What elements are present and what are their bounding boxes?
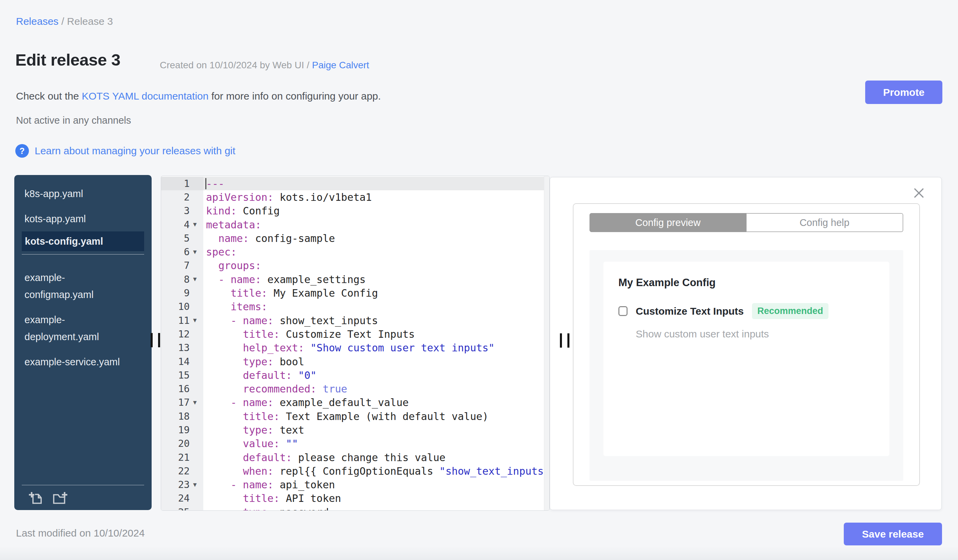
code-text: kind: Config bbox=[203, 204, 549, 218]
code-text: title: My Example Config bbox=[203, 286, 549, 300]
author-link[interactable]: Paige Calvert bbox=[312, 60, 369, 70]
fold-caret-icon[interactable]: ▾ bbox=[193, 481, 197, 489]
line-number: 11▾ bbox=[161, 314, 203, 327]
line-number: 1 bbox=[161, 177, 203, 190]
code-line[interactable]: 18 title: Text Example (with default val… bbox=[161, 410, 549, 423]
code-line[interactable]: 1--- bbox=[161, 177, 549, 190]
code-line[interactable]: 19 type: text bbox=[161, 423, 549, 437]
text-cursor bbox=[205, 178, 206, 189]
line-number: 8▾ bbox=[161, 272, 203, 286]
fold-caret-icon[interactable]: ▾ bbox=[193, 398, 197, 407]
git-docs-link[interactable]: Learn about managing your releases with … bbox=[35, 145, 235, 157]
panel-resize-handle[interactable] bbox=[560, 333, 569, 348]
kots-docs-link[interactable]: KOTS YAML documentation bbox=[82, 90, 208, 101]
editor-scrollbar[interactable] bbox=[544, 176, 549, 510]
line-number: 13 bbox=[161, 341, 203, 355]
last-modified-text: Last modified on 10/10/2024 bbox=[16, 527, 145, 539]
new-folder-button[interactable] bbox=[51, 490, 68, 505]
fold-caret-icon[interactable]: ▾ bbox=[193, 316, 197, 324]
git-docs-row[interactable]: ? Learn about managing your releases wit… bbox=[15, 144, 235, 158]
breadcrumb-current: Release 3 bbox=[67, 16, 113, 27]
line-number: 3 bbox=[161, 204, 203, 218]
tab-config-help[interactable]: Config help bbox=[747, 213, 904, 232]
code-text: title: API token bbox=[203, 492, 549, 505]
code-line[interactable]: 23▾ - name: api_token bbox=[161, 478, 549, 492]
code-line[interactable]: 24 title: API token bbox=[161, 492, 549, 505]
breadcrumb: Releases / Release 3 bbox=[16, 16, 113, 27]
breadcrumb-separator: / bbox=[59, 16, 67, 27]
code-text: groups: bbox=[203, 259, 549, 272]
code-line[interactable]: 2apiVersion: kots.io/v1beta1 bbox=[161, 190, 549, 204]
code-line[interactable]: 9 title: My Example Config bbox=[161, 286, 549, 300]
sidebar-resize-handle[interactable] bbox=[151, 333, 160, 347]
code-line[interactable]: 11▾ - name: show_text_inputs bbox=[161, 314, 549, 327]
file-item[interactable]: example-service.yaml bbox=[14, 349, 132, 375]
created-text: Created on 10/10/2024 by Web UI / Paige … bbox=[160, 60, 369, 71]
code-line[interactable]: 7 groups: bbox=[161, 259, 549, 272]
line-number: 14 bbox=[161, 355, 203, 369]
sidebar-footer bbox=[14, 485, 152, 510]
fold-caret-icon[interactable]: ▾ bbox=[193, 275, 197, 283]
close-button[interactable] bbox=[911, 185, 927, 201]
code-line[interactable]: 22 when: repl{{ ConfigOptionEquals "show… bbox=[161, 464, 549, 478]
help-icon[interactable]: ? bbox=[15, 144, 29, 158]
channel-status-text: Not active in any channels bbox=[16, 115, 131, 126]
config-group-card: My Example Config Customize Text Inputs … bbox=[603, 262, 889, 456]
code-line[interactable]: 12 title: Customize Text Inputs bbox=[161, 327, 549, 341]
code-text: recommended: true bbox=[203, 382, 549, 395]
file-item[interactable]: example-deployment.yaml bbox=[14, 307, 132, 349]
config-help-text: Show custom user text inputs bbox=[636, 328, 769, 340]
code-line[interactable]: 14 type: bool bbox=[161, 355, 549, 369]
code-text: default: "0" bbox=[203, 369, 549, 382]
file-item[interactable]: example-configmap.yaml bbox=[14, 265, 132, 307]
code-line[interactable]: 25 type: password bbox=[161, 505, 549, 511]
config-item-row: Customize Text Inputs Recommended bbox=[619, 303, 828, 319]
code-line[interactable]: 21 default: please change this value bbox=[161, 451, 549, 464]
doc-after: for more info on configuring your app. bbox=[208, 90, 381, 101]
code-text: metadata: bbox=[203, 218, 549, 231]
code-text: - name: show_text_inputs bbox=[203, 314, 549, 327]
file-item[interactable]: k8s-app.yaml bbox=[14, 181, 132, 206]
tab-config-preview[interactable]: Config preview bbox=[590, 213, 747, 232]
config-item-label: Customize Text Inputs bbox=[636, 305, 744, 317]
code-line[interactable]: 17▾ - name: example_default_value bbox=[161, 396, 549, 410]
code-line[interactable]: 6▾spec: bbox=[161, 245, 549, 259]
fold-caret-icon[interactable]: ▾ bbox=[193, 220, 197, 228]
file-list-bottom: example-configmap.yamlexample-deployment… bbox=[14, 265, 152, 375]
code-line[interactable]: 8▾ - name: example_settings bbox=[161, 272, 549, 286]
code-text: - name: api_token bbox=[203, 478, 549, 492]
save-release-button[interactable]: Save release bbox=[844, 523, 942, 546]
line-number: 7 bbox=[161, 259, 203, 272]
code-line[interactable]: 20 value: "" bbox=[161, 437, 549, 451]
code-text: - name: example_default_value bbox=[203, 396, 549, 410]
code-line[interactable]: 5 name: config-sample bbox=[161, 231, 549, 245]
code-text: - name: example_settings bbox=[203, 272, 549, 286]
line-number: 17▾ bbox=[161, 396, 203, 410]
breadcrumb-releases-link[interactable]: Releases bbox=[16, 16, 59, 27]
code-line[interactable]: 10 items: bbox=[161, 300, 549, 314]
line-number: 20 bbox=[161, 437, 203, 451]
sidebar-footer-divider bbox=[22, 485, 144, 485]
new-file-button[interactable] bbox=[28, 490, 43, 505]
code-line[interactable]: 13 help_text: "Show custom user text inp… bbox=[161, 341, 549, 355]
file-item[interactable]: kots-config.yaml bbox=[22, 231, 144, 251]
fold-caret-icon[interactable]: ▾ bbox=[193, 248, 197, 256]
preview-card: Config preview Config help My Example Co… bbox=[573, 203, 920, 486]
code-text: --- bbox=[203, 177, 549, 190]
file-sidebar: k8s-app.yamlkots-app.yamlkots-config.yam… bbox=[14, 175, 152, 510]
code-line[interactable]: 16 recommended: true bbox=[161, 382, 549, 395]
config-checkbox[interactable] bbox=[619, 306, 628, 316]
code-text: value: "" bbox=[203, 437, 549, 451]
doc-text: Check out the KOTS YAML documentation fo… bbox=[16, 90, 381, 102]
code-line[interactable]: 4▾metadata: bbox=[161, 218, 549, 231]
code-text: spec: bbox=[203, 245, 549, 259]
line-number: 18 bbox=[161, 410, 203, 423]
code-line[interactable]: 3kind: Config bbox=[161, 204, 549, 218]
line-number: 9 bbox=[161, 286, 203, 300]
yaml-editor[interactable]: 1---2apiVersion: kots.io/v1beta13kind: C… bbox=[161, 176, 550, 511]
line-number: 12 bbox=[161, 327, 203, 341]
code-line[interactable]: 15 default: "0" bbox=[161, 369, 549, 382]
file-item[interactable]: kots-app.yaml bbox=[14, 206, 132, 231]
promote-button[interactable]: Promote bbox=[865, 81, 942, 104]
code-text: when: repl{{ ConfigOptionEquals "show_te… bbox=[203, 464, 550, 478]
